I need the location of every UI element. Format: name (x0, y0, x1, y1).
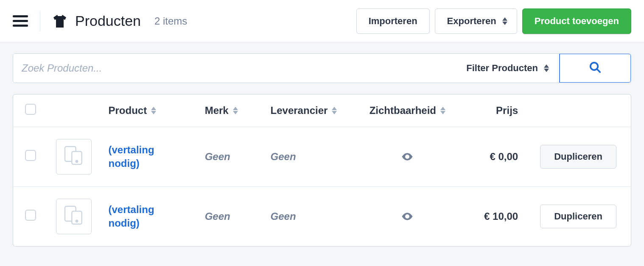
shirt-icon (52, 14, 67, 29)
merk-cell: Geen (205, 151, 230, 162)
placeholder-image-icon (62, 203, 86, 230)
svg-point-9 (406, 216, 409, 218)
column-select-all (13, 94, 48, 127)
page-header: Producten 2 items Importeren Exporteren … (0, 0, 644, 42)
hamburger-menu-icon[interactable] (13, 14, 28, 29)
chevron-updown-icon (544, 64, 549, 72)
product-thumbnail[interactable] (56, 139, 92, 175)
row-checkbox[interactable] (25, 210, 36, 221)
column-merk-label: Merk (205, 105, 229, 116)
eye-icon[interactable] (401, 210, 414, 222)
duplicate-button[interactable]: Dupliceren (540, 205, 616, 228)
svg-point-5 (406, 156, 409, 158)
leverancier-cell: Geen (271, 211, 296, 222)
title-group: Producten 2 items (52, 13, 187, 29)
merk-cell: Geen (205, 211, 230, 222)
price-cell: € 0,00 (463, 151, 518, 163)
import-button[interactable]: Importeren (356, 8, 430, 34)
search-input[interactable] (13, 54, 456, 83)
column-prijs: Prijs (456, 94, 526, 127)
column-actions (526, 94, 631, 127)
products-table: Product Merk (13, 94, 631, 247)
search-filter-toolbar: Filter Producten (13, 53, 631, 83)
column-product-label: Product (109, 105, 147, 116)
duplicate-button[interactable]: Dupliceren (540, 145, 616, 169)
select-all-checkbox[interactable] (25, 104, 36, 115)
svg-point-4 (76, 161, 78, 163)
column-merk[interactable]: Merk (197, 94, 263, 127)
price-cell: € 10,00 (463, 211, 518, 222)
svg-point-8 (76, 220, 78, 222)
column-image (48, 94, 101, 127)
item-count: 2 items (154, 15, 187, 27)
column-leverancier-label: Leverancier (271, 105, 328, 116)
placeholder-image-icon (62, 144, 86, 170)
column-product[interactable]: Product (101, 94, 197, 127)
product-name-link[interactable]: (vertaling nodig) (109, 143, 185, 171)
search-button[interactable] (559, 53, 631, 83)
sort-icon (332, 107, 337, 114)
column-prijs-label: Prijs (496, 105, 518, 116)
filter-products-select[interactable]: Filter Producten (456, 54, 559, 83)
sort-icon (151, 107, 156, 114)
column-leverancier[interactable]: Leverancier (263, 94, 359, 127)
column-zichtbaarheid-label: Zichtbaarheid (370, 105, 436, 116)
leverancier-cell: Geen (271, 151, 296, 162)
eye-icon[interactable] (401, 150, 414, 162)
row-checkbox[interactable] (25, 150, 36, 161)
filter-label: Filter Producten (466, 63, 538, 74)
sort-icon (233, 107, 238, 114)
header-actions: Importeren Exporteren Product toevoegen (356, 8, 631, 34)
svg-line-1 (597, 69, 600, 72)
product-name-link[interactable]: (vertaling nodig) (109, 203, 185, 230)
search-icon (589, 61, 602, 75)
header-divider (40, 11, 40, 31)
export-button[interactable]: Exporteren (435, 8, 517, 34)
product-thumbnail[interactable] (56, 199, 92, 234)
page-title: Producten (75, 13, 141, 29)
sort-icon (440, 107, 445, 114)
add-product-button[interactable]: Product toevoegen (522, 8, 631, 34)
column-zichtbaarheid[interactable]: Zichtbaarheid (359, 94, 456, 127)
chevron-updown-icon (502, 17, 507, 25)
table-row: (vertaling nodig) Geen Geen € 0,00 Dupli… (13, 127, 631, 187)
export-button-label: Exporteren (447, 16, 496, 27)
table-row: (vertaling nodig) Geen Geen € 10,00 Dupl… (13, 187, 631, 246)
